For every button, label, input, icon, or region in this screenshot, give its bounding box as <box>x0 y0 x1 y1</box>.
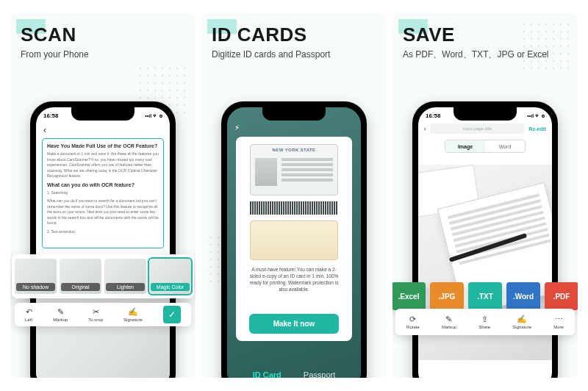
filter-lighten[interactable]: Lighten <box>104 259 146 294</box>
panel-subtitle: As PDF、Word、TXT、JPG or Excel <box>403 49 567 61</box>
id-caption: A must-have feature! You can make a 2-si… <box>243 266 345 293</box>
markup-icon: ✎ <box>57 308 64 316</box>
title-input[interactable]: Input page title <box>430 123 524 134</box>
rotate-left-icon: ↶ <box>26 308 32 316</box>
share-icon: ⇪ <box>481 315 488 323</box>
seg-image[interactable]: Image <box>445 140 485 152</box>
filter-magic-color[interactable]: Magic Color <box>149 259 191 294</box>
filter-original[interactable]: Original <box>60 259 101 294</box>
phone-mock: ⚡︎ NEW YORK STATE A must-have feature! Y… <box>221 101 367 378</box>
signature-icon: ✍ <box>128 308 138 316</box>
panel-title: ID CARDS <box>212 24 376 46</box>
tool-share[interactable]: ⇪Share <box>478 315 490 329</box>
edit-toolbar: ↶Left ✎Markup ✂To crop ✍Signature ✓ <box>15 303 191 326</box>
panel-header: SCAN From your Phone <box>10 13 196 65</box>
more-icon: ⋯ <box>555 315 563 323</box>
promo-panel-scan: SCAN From your Phone 16:58 ••ıl ᯤ ▢ ‹ Ha… <box>10 13 196 378</box>
markup-icon: ✎ <box>445 315 452 323</box>
tool-crop[interactable]: ✂To crop <box>88 308 103 322</box>
tool-signature[interactable]: ✍Signature <box>512 315 531 329</box>
phone-mock: 16:58 ••ıl ᯤ ▢ ‹ Input page title Re-edi… <box>412 101 558 378</box>
capture-mode-tabs: ID Card Passport <box>227 370 361 378</box>
make-it-now-button[interactable]: Make It now <box>249 314 339 334</box>
chip-pdf[interactable]: .PDF <box>545 282 578 310</box>
panel-header: ID CARDS Digitize ID cards and Passport <box>201 13 387 65</box>
id-preview-card: NEW YORK STATE A must-have feature! You … <box>236 137 352 341</box>
flash-icon[interactable]: ⚡︎ <box>234 123 240 132</box>
chip-word[interactable]: .Word <box>506 282 540 310</box>
reedit-button[interactable]: Re-edit <box>528 126 546 132</box>
filter-strip: No shadow Original Lighten Magic Color <box>12 254 194 298</box>
back-button[interactable]: ‹ <box>42 123 164 138</box>
tool-left[interactable]: ↶Left <box>25 308 32 322</box>
chip-jpg[interactable]: .JPG <box>430 282 464 310</box>
panel-title: SAVE <box>403 24 567 46</box>
rotate-icon: ⟳ <box>409 315 416 323</box>
confirm-button[interactable]: ✓ <box>163 306 181 323</box>
back-button[interactable]: ‹ <box>424 126 426 132</box>
scanned-document: Have You Made Full Use of the OCR Featur… <box>42 138 164 248</box>
tab-id-card[interactable]: ID Card <box>253 370 282 378</box>
panel-header: SAVE As PDF、Word、TXT、JPG or Excel <box>392 13 578 65</box>
seg-word[interactable]: Word <box>485 140 525 152</box>
bottom-toolbar: ⟳Rotate ✎Markup ⇪Share ✍Signature ⋯More <box>395 309 575 335</box>
panel-subtitle: From your Phone <box>21 49 185 61</box>
tool-markup[interactable]: ✎Markup <box>442 315 456 329</box>
chip-excel[interactable]: .Excel <box>392 282 426 310</box>
promo-panel-idcards: ID CARDS Digitize ID cards and Passport … <box>201 13 387 378</box>
phone-mock: 16:58 ••ıl ᯤ ▢ ‹ Have You Made Full Use … <box>30 101 176 378</box>
panel-subtitle: Digitize ID cards and Passport <box>212 49 376 61</box>
tool-more[interactable]: ⋯More <box>553 315 564 329</box>
filter-no-shadow[interactable]: No shadow <box>15 259 57 294</box>
chip-txt[interactable]: .TXT <box>468 282 502 310</box>
id-mrz <box>250 201 338 215</box>
id-back <box>250 220 338 260</box>
tool-rotate[interactable]: ⟳Rotate <box>406 315 420 329</box>
id-front: NEW YORK STATE <box>250 144 338 196</box>
panel-title: SCAN <box>21 24 185 46</box>
export-format-chips: .Excel .JPG .TXT .Word .PDF <box>392 282 578 310</box>
crop-icon: ✂ <box>93 308 99 316</box>
tool-signature[interactable]: ✍Signature <box>123 308 143 322</box>
tab-passport[interactable]: Passport <box>304 370 335 378</box>
promo-panel-save: SAVE As PDF、Word、TXT、JPG or Excel 16:58 … <box>392 13 578 378</box>
signature-icon: ✍ <box>517 315 527 323</box>
tool-markup[interactable]: ✎Markup <box>53 308 68 322</box>
segmented-control: Image Word <box>445 140 526 153</box>
